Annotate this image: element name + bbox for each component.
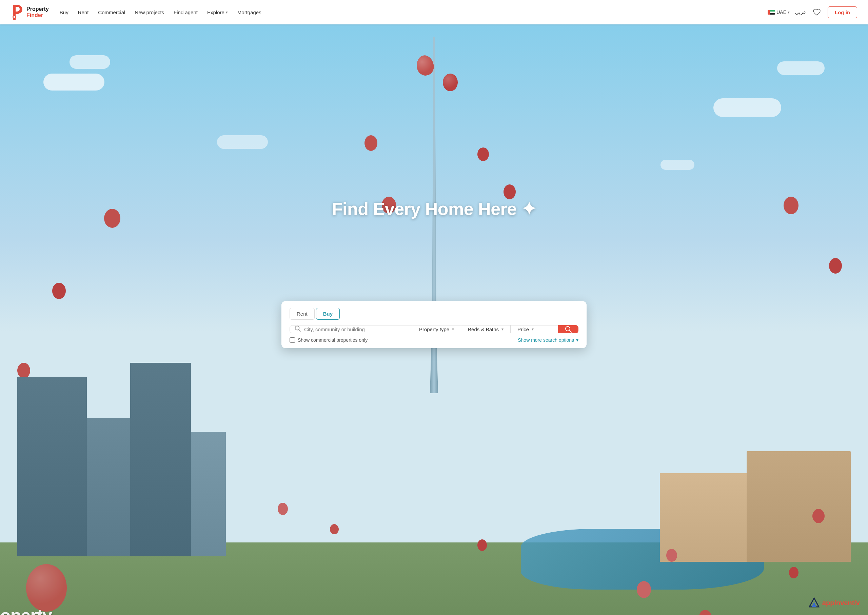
- balloon-mid-right: [478, 147, 489, 161]
- beds-baths-chevron-icon: ▾: [501, 327, 504, 332]
- cloud-3: [713, 98, 781, 117]
- balloon-city-5: [812, 509, 824, 523]
- logo-property: Property: [27, 6, 49, 12]
- logo-finder: Finder: [27, 12, 49, 18]
- cloud-6: [660, 160, 695, 170]
- country-chevron-icon: ▾: [788, 10, 790, 14]
- tab-rent[interactable]: Rent: [290, 308, 315, 320]
- building-2: [87, 418, 130, 556]
- country-label: UAE: [776, 9, 786, 15]
- hero-section: Find Every Home Here ✦ operty: [0, 24, 868, 615]
- svg-line-3: [299, 329, 300, 331]
- balloon-city-1: [278, 503, 288, 515]
- cloud-5: [217, 135, 268, 149]
- building-3: [130, 363, 191, 556]
- arabic-link[interactable]: عربي: [795, 9, 806, 15]
- hero-headline: Find Every Home Here ✦: [332, 199, 536, 219]
- flag-icon: [768, 10, 775, 14]
- balloon-mid-left: [364, 135, 377, 151]
- search-tabs: Rent Buy: [290, 308, 578, 320]
- svg-line-5: [570, 331, 571, 332]
- commercial-checkbox-label[interactable]: Show commercial properties only: [290, 337, 368, 343]
- logo-icon: [11, 5, 24, 20]
- header-right: UAE ▾ عربي Log in: [768, 6, 857, 18]
- nav-buy[interactable]: Buy: [60, 9, 69, 15]
- balloon-top-right: [443, 73, 458, 91]
- wishlist-icon[interactable]: [811, 7, 822, 18]
- search-icon: [295, 325, 301, 333]
- header-left: Property Finder Buy Rent Commercial New …: [11, 5, 261, 20]
- tab-buy[interactable]: Buy: [316, 308, 340, 320]
- nav-mortgages[interactable]: Mortgages: [237, 9, 261, 15]
- balloon-city-2: [330, 524, 339, 534]
- property-type-dropdown[interactable]: Property type ▾: [412, 325, 461, 333]
- main-nav: Buy Rent Commercial New projects Find ag…: [60, 9, 261, 15]
- building-mall-1: [746, 451, 851, 562]
- logo-text: Property Finder: [27, 6, 49, 18]
- balloon-left-2: [52, 283, 66, 299]
- commercial-checkbox[interactable]: [290, 337, 295, 343]
- location-search-input[interactable]: [304, 326, 407, 332]
- show-more-options-button[interactable]: Show more search options ▾: [518, 337, 578, 343]
- country-selector[interactable]: UAE ▾: [768, 9, 790, 15]
- nav-rent[interactable]: Rent: [78, 9, 89, 15]
- balloon-large-left: [26, 564, 67, 612]
- search-container: Rent Buy Property type ▾: [281, 301, 587, 348]
- login-button[interactable]: Log in: [827, 6, 857, 18]
- nav-explore[interactable]: Explore ▾: [207, 9, 228, 15]
- building-1: [17, 377, 87, 557]
- search-button-icon: [565, 326, 571, 332]
- building-mall-2: [660, 473, 746, 562]
- appinventiv-logo-icon: [809, 597, 820, 608]
- cloud-2: [70, 55, 110, 69]
- balloon-city-3: [478, 539, 487, 551]
- nav-find-agent[interactable]: Find agent: [173, 9, 198, 15]
- nav-new-projects[interactable]: New projects: [134, 9, 164, 15]
- property-type-chevron-icon: ▾: [452, 327, 454, 332]
- balloon-right-1: [784, 197, 798, 214]
- appinventiv-branding: appinventiv: [809, 597, 860, 608]
- search-footer: Show commercial properties only Show mor…: [290, 337, 578, 343]
- nav-commercial[interactable]: Commercial: [98, 9, 125, 15]
- logo[interactable]: Property Finder: [11, 5, 49, 20]
- search-row: Property type ▾ Beds & Baths ▾ Price ▾: [290, 325, 578, 333]
- building-4: [191, 432, 225, 556]
- beds-baths-dropdown[interactable]: Beds & Baths ▾: [461, 325, 510, 333]
- cityscape: operty: [0, 363, 868, 615]
- header: Property Finder Buy Rent Commercial New …: [0, 0, 868, 24]
- balloon-lower-right: [504, 184, 516, 199]
- search-input-wrap: [290, 325, 412, 333]
- search-button[interactable]: [558, 325, 578, 333]
- price-chevron-icon: ▾: [532, 327, 534, 332]
- appinventiv-text: appinventiv: [822, 599, 860, 607]
- show-more-chevron-icon: ▾: [576, 337, 578, 343]
- chevron-down-icon: ▾: [226, 10, 228, 14]
- balloon-city-4: [666, 549, 677, 562]
- balloon-city-7: [637, 581, 651, 598]
- cloud-4: [777, 61, 824, 75]
- balloon-left-1: [104, 209, 120, 228]
- svg-point-1: [14, 16, 15, 18]
- brand-watermark: operty: [0, 605, 52, 615]
- cloud-1: [44, 73, 105, 91]
- price-dropdown[interactable]: Price ▾: [510, 325, 558, 333]
